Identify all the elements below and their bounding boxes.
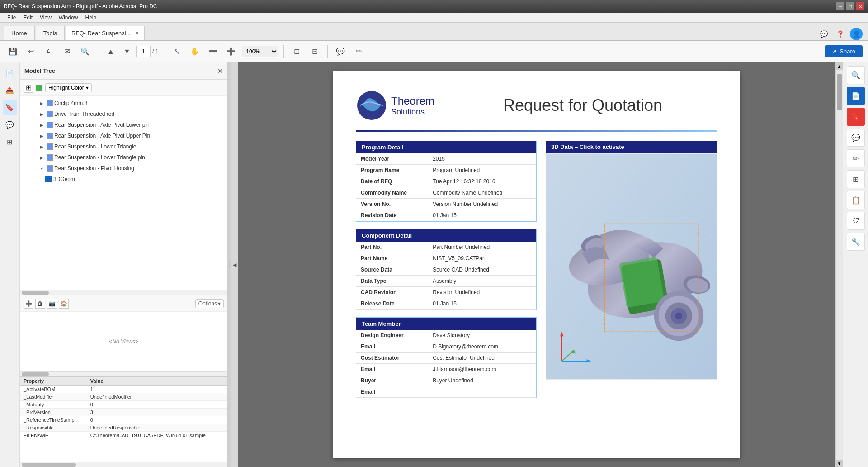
comment-button[interactable]: 💬 (333, 44, 348, 59)
add-view-icon[interactable]: ➕ (24, 299, 33, 309)
prev-page-button[interactable]: ▲ (104, 44, 118, 59)
pdf-vertical-scrollbar[interactable]: ▲ ▼ (835, 62, 843, 467)
right-bookmark-icon[interactable]: 🔖 (847, 108, 865, 126)
row-label: Email (356, 386, 428, 398)
sidebar-send-icon[interactable]: 📤 (3, 83, 17, 98)
tree-checkbox[interactable] (47, 111, 53, 117)
undo-button[interactable]: ↩ (24, 44, 38, 59)
save-button[interactable]: 💾 (5, 44, 20, 59)
scroll-track[interactable] (836, 70, 843, 460)
zoom-dropdown[interactable]: 100% 75% 150% (242, 46, 278, 57)
tree-item-circlip[interactable]: ▶ Circlip 4mm.8 (20, 98, 227, 109)
row-label: Part No. (356, 242, 428, 253)
tab-document[interactable]: RFQ- Rear Suspensi... ✕ (66, 26, 145, 40)
print-button[interactable]: 🖨 (42, 44, 56, 59)
search-button[interactable]: 🔍 (78, 44, 92, 59)
team-member-section: Team Member Design EngineerDave Signator… (356, 317, 537, 398)
help-icon[interactable]: ❓ (834, 28, 846, 40)
tab-close-button[interactable]: ✕ (135, 30, 139, 36)
next-page-button[interactable]: ▼ (120, 44, 134, 59)
capture-view-icon[interactable]: 📷 (47, 299, 57, 309)
chat-icon[interactable]: 💬 (817, 28, 830, 40)
props-data-table: Property Value _ActivateBOM 1 _LastModif… (20, 377, 227, 439)
props-scrollbar-thumb[interactable] (22, 463, 76, 467)
menu-window[interactable]: Window (55, 14, 82, 22)
tree-checkbox[interactable] (47, 143, 53, 150)
pdf-content[interactable]: Theorem Solutions Request for Quotation … (238, 62, 835, 467)
scroll-up-button[interactable]: ▲ (836, 62, 843, 70)
zoom-in-button[interactable]: ➕ (224, 44, 238, 59)
zoom-out-button[interactable]: ➖ (206, 44, 220, 59)
rfq-title: Request for Quotation (448, 96, 717, 115)
tree-item-pivot-housing[interactable]: ▾ Rear Suspension - Pivot Housing (20, 163, 227, 174)
scrollbar-thumb[interactable] (22, 291, 49, 295)
tree-item-drivetrain[interactable]: ▶ Drive Train Threaded rod (20, 109, 227, 119)
tab-home[interactable]: Home (4, 26, 35, 40)
tree-checkbox[interactable] (47, 165, 53, 172)
views-horizontal-scrollbar[interactable] (20, 371, 227, 376)
select-tool[interactable]: ↖ (170, 44, 184, 59)
tree-item-axle-lower[interactable]: ▶ Rear Suspension - Axle Pivot Lower pin (20, 119, 227, 130)
right-stamp-icon[interactable]: 📋 (847, 191, 865, 209)
right-wrench-icon[interactable]: 🔧 (847, 233, 865, 251)
separator-2 (164, 45, 164, 58)
3d-data-viewer[interactable] (546, 153, 717, 380)
fit-page-button[interactable]: ⊡ (289, 44, 304, 59)
maximize-button[interactable]: □ (846, 2, 854, 10)
tree-checkbox[interactable] (47, 154, 53, 161)
tree-checkbox[interactable] (47, 100, 53, 106)
tree-horizontal-scrollbar[interactable] (20, 290, 227, 295)
right-comment-icon[interactable]: 💬 (847, 129, 865, 147)
menu-view[interactable]: View (36, 14, 55, 22)
row-label: Data Type (356, 276, 428, 287)
tree-close-button[interactable]: ✕ (217, 67, 223, 75)
sidebar-comment-icon[interactable]: 💬 (3, 118, 17, 132)
sidebar-create-icon[interactable]: 📄 (3, 66, 17, 81)
email-button[interactable]: ✉ (60, 44, 74, 59)
tree-grid-icon[interactable]: ⊞ (24, 83, 33, 93)
menu-file[interactable]: File (4, 14, 19, 22)
prop-row-maturity: _Maturity 0 (20, 401, 227, 409)
views-scrollbar-thumb[interactable] (22, 372, 49, 376)
right-grid-icon[interactable]: ⊞ (847, 170, 865, 188)
prop-label: _Responsible (20, 424, 87, 432)
annotate-button[interactable]: ✏ (351, 44, 366, 59)
scroll-down-button[interactable]: ▼ (836, 460, 843, 467)
fit-width-button[interactable]: ⊟ (307, 44, 322, 59)
right-shield-icon[interactable]: 🛡 (847, 212, 865, 230)
tree-item-label: Rear Suspension - Lower Triangle pin (54, 154, 224, 161)
highlight-color-button[interactable]: Highlight Color ▾ (45, 83, 92, 92)
apply-view-icon[interactable]: 🏠 (59, 299, 69, 309)
table-row: Source DataSource CAD Undefined (356, 264, 536, 276)
tree-checkbox[interactable] (47, 133, 53, 139)
pdf-page: Theorem Solutions Request for Quotation … (333, 71, 740, 458)
row-label: CAD Revision (356, 287, 428, 298)
page-number-input[interactable] (136, 46, 151, 57)
tree-item-axle-upper[interactable]: ▶ Rear Suspension - Axle Pivot Upper Pin (20, 130, 227, 141)
page-separator: / 1 (152, 48, 158, 55)
right-search-icon[interactable]: 🔍 (847, 66, 865, 84)
tab-tools[interactable]: Tools (36, 26, 65, 40)
tree-item-lower-triangle[interactable]: ▶ Rear Suspension - Lower Triangle (20, 141, 227, 152)
row-label: Part Name (356, 253, 428, 264)
collapse-panel-button[interactable]: ◀ (231, 62, 238, 467)
menu-help[interactable]: Help (82, 14, 100, 22)
menu-edit[interactable]: Edit (19, 14, 36, 22)
options-button[interactable]: Options ▾ (195, 299, 224, 308)
share-button[interactable]: ↗ Share (825, 45, 863, 57)
tree-checkbox[interactable] (47, 122, 53, 128)
scroll-thumb[interactable] (837, 74, 842, 110)
props-horizontal-scrollbar[interactable] (20, 462, 227, 467)
delete-view-icon[interactable]: 🗑 (35, 299, 45, 309)
minimize-button[interactable]: ─ (836, 2, 844, 10)
tree-item-lower-triangle-pin[interactable]: ▶ Rear Suspension - Lower Triangle pin (20, 152, 227, 163)
user-avatar[interactable]: 👤 (850, 28, 863, 40)
right-document-icon[interactable]: 📄 (847, 87, 865, 105)
close-button[interactable]: ✕ (856, 2, 864, 10)
3d-data-header[interactable]: 3D Data – Click to activate (546, 141, 717, 153)
sidebar-tools-icon[interactable]: 🔖 (3, 100, 17, 115)
right-edit-icon[interactable]: ✏ (847, 149, 865, 167)
tree-item-3dgeom[interactable]: 3DGeom (20, 174, 227, 185)
sidebar-enhance-icon[interactable]: ⊞ (3, 135, 17, 149)
pan-tool[interactable]: ✋ (188, 44, 202, 59)
